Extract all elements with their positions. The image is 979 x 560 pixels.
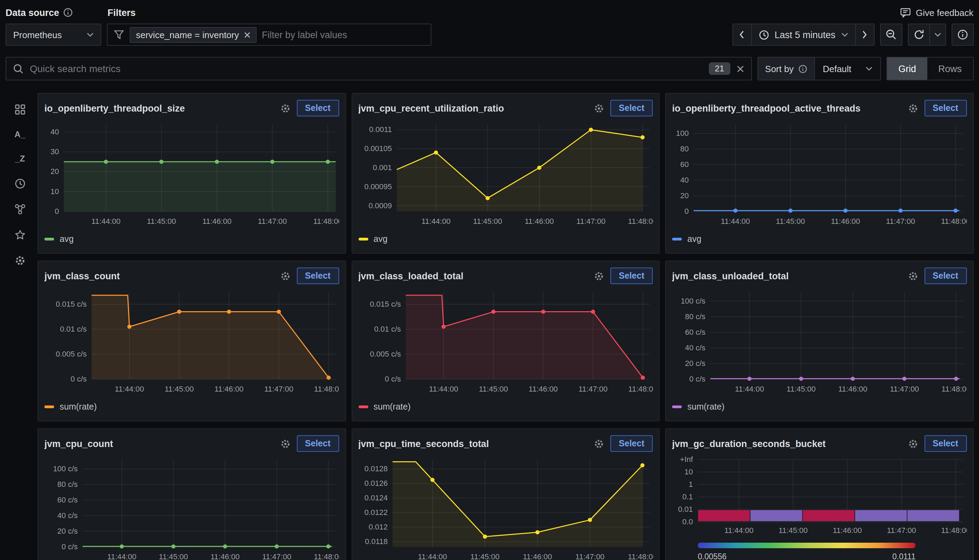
svg-text:0.0122: 0.0122 <box>364 508 388 517</box>
select-button[interactable]: Select <box>924 268 967 284</box>
select-button[interactable]: Select <box>610 100 653 117</box>
svg-text:11:46:00: 11:46:00 <box>528 385 557 393</box>
filter-chip[interactable]: service_name = inventory <box>130 27 256 43</box>
refresh-interval-dropdown[interactable] <box>929 23 946 46</box>
time-range-picker[interactable]: Last 5 minutes <box>751 23 855 46</box>
metric-panel-jvm_class_count: jvm_class_count Select 0.015 c/s0.01 c/s… <box>37 261 346 422</box>
time-range-label: Last 5 minutes <box>774 30 835 40</box>
svg-text:11:48:00: 11:48:00 <box>313 217 339 226</box>
panel-config-gear-icon[interactable] <box>594 103 604 113</box>
panel-config-gear-icon[interactable] <box>907 271 918 281</box>
select-button[interactable]: Select <box>924 435 967 452</box>
svg-text:20 c/s: 20 c/s <box>685 359 705 368</box>
svg-text:11:48:00: 11:48:00 <box>628 385 653 393</box>
select-button[interactable]: Select <box>610 435 653 452</box>
svg-text:11:48:00: 11:48:00 <box>941 526 967 535</box>
select-button[interactable]: Select <box>610 268 653 284</box>
info-button[interactable] <box>951 23 974 46</box>
svg-text:0.0: 0.0 <box>682 517 693 526</box>
chart-area: 0.015 c/s0.01 c/s0.005 c/s0 c/s11:44:001… <box>358 286 653 397</box>
time-shift-forward-button[interactable] <box>855 23 874 46</box>
svg-text:0: 0 <box>55 207 59 215</box>
filters-input[interactable]: service_name = inventory Filter by label… <box>107 23 431 46</box>
clear-search-icon[interactable] <box>737 65 744 72</box>
svg-text:0.005 c/s: 0.005 c/s <box>56 350 87 358</box>
svg-text:0.00556: 0.00556 <box>698 552 727 560</box>
sort-value: Default <box>823 63 851 74</box>
view-toggle-rows[interactable]: Rows <box>927 58 973 80</box>
panel-title: jvm_class_loaded_total <box>358 271 588 281</box>
line-chart: 100 c/s80 c/s60 c/s40 c/s20 c/s0 c/s11:4… <box>672 286 967 397</box>
settings-gear-icon[interactable] <box>15 255 26 266</box>
svg-text:80 c/s: 80 c/s <box>685 312 705 321</box>
panel-config-gear-icon[interactable] <box>280 438 290 449</box>
svg-text:11:45:00: 11:45:00 <box>776 217 805 226</box>
sort-select[interactable]: Default <box>814 57 881 80</box>
search-input[interactable]: Quick search metrics 21 <box>5 57 752 80</box>
suffix-filter-icon[interactable]: _Z <box>15 154 25 163</box>
panel-config-gear-icon[interactable] <box>594 438 604 449</box>
select-button[interactable]: Select <box>296 435 339 452</box>
zoom-out-button[interactable] <box>880 23 902 46</box>
select-button[interactable]: Select <box>296 268 339 284</box>
view-toggle-grid[interactable]: Grid <box>887 58 927 80</box>
svg-text:0.012: 0.012 <box>368 523 388 531</box>
line-chart: 10080604020011:44:0011:45:0011:46:0011:4… <box>672 118 967 229</box>
svg-text:+Inf: +Inf <box>680 455 693 464</box>
apps-icon[interactable] <box>15 104 26 115</box>
give-feedback-button[interactable]: Give feedback <box>900 7 974 18</box>
select-button[interactable]: Select <box>924 100 967 117</box>
svg-text:0.0011: 0.0011 <box>369 125 391 134</box>
legend-label: avg <box>374 234 388 244</box>
svg-text:11:44:00: 11:44:00 <box>725 526 753 535</box>
panel-config-gear-icon[interactable] <box>280 271 290 281</box>
svg-text:80 c/s: 80 c/s <box>57 480 78 488</box>
svg-text:60: 60 <box>680 160 689 169</box>
panel-config-gear-icon[interactable] <box>907 103 918 113</box>
svg-text:11:46:00: 11:46:00 <box>214 385 244 393</box>
chart-area: +Inf1010.10.010.011:44:0011:45:0011:46:0… <box>672 454 967 560</box>
panel-title: jvm_cpu_time_seconds_total <box>358 438 588 449</box>
panel-title: jvm_gc_duration_seconds_bucket <box>672 438 901 449</box>
chart-area: 100 c/s80 c/s60 c/s40 c/s20 c/s0 c/s11:4… <box>672 286 967 397</box>
panel-config-gear-icon[interactable] <box>594 271 604 281</box>
chart-legend: avg <box>358 233 653 245</box>
svg-text:20: 20 <box>51 167 59 176</box>
metric-panel-jvm_cpu_count: jvm_cpu_count Select 100 c/s80 c/s60 c/s… <box>37 428 346 560</box>
info-icon <box>798 64 807 73</box>
svg-text:11:48:00: 11:48:00 <box>941 217 967 226</box>
svg-text:30: 30 <box>51 147 59 156</box>
svg-text:10: 10 <box>51 187 59 196</box>
related-metrics-icon[interactable] <box>15 204 26 215</box>
metric-panel-io_openliberty_threadpool_size: io_openliberty_threadpool_size Select 40… <box>37 93 346 254</box>
time-shift-back-button[interactable] <box>732 23 752 46</box>
star-icon[interactable] <box>15 229 26 240</box>
refresh-button[interactable] <box>907 23 930 46</box>
remove-filter-icon[interactable] <box>244 32 250 38</box>
svg-text:11:45:00: 11:45:00 <box>470 552 499 560</box>
panel-config-gear-icon[interactable] <box>280 103 290 113</box>
prefix-filter-icon[interactable]: A_ <box>15 130 26 139</box>
chart-area: 40302010011:44:0011:45:0011:46:0011:47:0… <box>44 118 339 229</box>
panel-config-gear-icon[interactable] <box>907 438 918 449</box>
svg-text:11:44:00: 11:44:00 <box>92 217 121 226</box>
datasource-picker[interactable]: Prometheus <box>5 23 101 46</box>
svg-text:0 c/s: 0 c/s <box>384 375 401 383</box>
line-chart: 0.00110.001050.0010.000950.000911:44:001… <box>358 118 653 229</box>
panel-title: jvm_class_unloaded_total <box>672 271 901 281</box>
chart-legend: sum(rate) <box>44 401 339 413</box>
svg-text:11:48:00: 11:48:00 <box>942 385 967 393</box>
content: A_ _Z io_openliberty_threadpool_size Sel… <box>0 93 979 560</box>
info-icon <box>63 8 73 17</box>
svg-text:11:44:00: 11:44:00 <box>107 552 136 560</box>
chart-legend: sum(rate) <box>358 401 653 413</box>
select-button[interactable]: Select <box>296 100 339 117</box>
svg-text:20 c/s: 20 c/s <box>57 527 78 535</box>
svg-text:11:47:00: 11:47:00 <box>887 526 916 535</box>
legend-swatch <box>44 238 54 240</box>
search-row: Quick search metrics 21 Sort by Default … <box>5 57 974 80</box>
line-chart: 40302010011:44:0011:45:0011:46:0011:47:0… <box>44 118 339 229</box>
history-clock-icon[interactable] <box>15 178 26 189</box>
svg-text:0.01 c/s: 0.01 c/s <box>374 325 401 333</box>
panel-title: jvm_cpu_count <box>44 438 274 449</box>
